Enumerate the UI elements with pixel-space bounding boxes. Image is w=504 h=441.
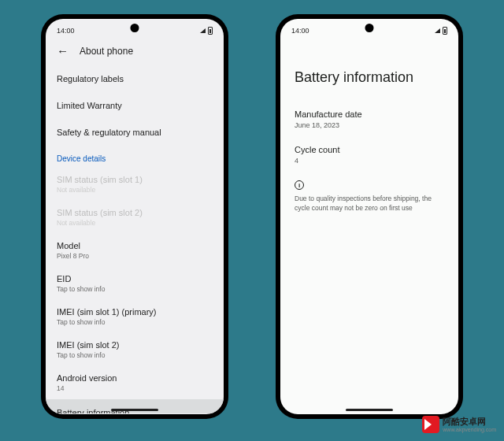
back-arrow-icon[interactable]: ← bbox=[57, 44, 69, 57]
status-time: 14:00 bbox=[291, 27, 309, 35]
list-item-battery-info[interactable]: Battery information bbox=[46, 399, 224, 413]
home-indicator[interactable] bbox=[111, 409, 158, 411]
info-cycle-count: Cycle count 4 bbox=[280, 137, 458, 172]
status-icons bbox=[200, 27, 213, 35]
info-manufacture-date: Manufacture date June 18, 2023 bbox=[280, 102, 458, 137]
front-camera bbox=[365, 24, 374, 32]
screen-battery-info: 14:00 Battery information Manufacture da… bbox=[280, 19, 458, 414]
app-bar: ← About phone bbox=[46, 39, 224, 65]
home-indicator[interactable] bbox=[346, 409, 393, 411]
watermark: 阿酷安卓网 www.akpvending.com bbox=[422, 416, 496, 433]
list-item-disabled: SIM status (sim slot 1) Not available bbox=[46, 168, 224, 201]
list-item[interactable]: IMEI (sim slot 1) (primary) Tap to show … bbox=[46, 300, 224, 333]
settings-list[interactable]: Regulatory labels Limited Warranty Safet… bbox=[46, 65, 224, 413]
info-icon: i bbox=[295, 180, 304, 190]
front-camera bbox=[131, 24, 139, 32]
list-item[interactable]: EID Tap to show info bbox=[46, 267, 224, 300]
battery-icon bbox=[208, 27, 213, 35]
status-time: 14:00 bbox=[57, 27, 75, 35]
battery-icon bbox=[443, 27, 447, 35]
list-item[interactable]: Android version 14 bbox=[46, 366, 224, 399]
list-item[interactable]: Model Pixel 8 Pro bbox=[46, 234, 224, 267]
signal-icon bbox=[435, 28, 440, 33]
list-item[interactable]: IMEI (sim slot 2) Tap to show info bbox=[46, 333, 224, 366]
signal-icon bbox=[200, 28, 206, 33]
page-title: Battery information bbox=[280, 39, 458, 102]
phone-frame-left: 14:00 ← About phone Regulatory labels Li… bbox=[41, 14, 228, 419]
screen-about-phone: 14:00 ← About phone Regulatory labels Li… bbox=[46, 19, 224, 414]
status-icons bbox=[435, 27, 447, 35]
watermark-url: www.akpvending.com bbox=[443, 427, 496, 432]
list-item[interactable]: Safety & regulatory manual bbox=[46, 119, 224, 146]
list-item[interactable]: Regulatory labels bbox=[46, 65, 224, 92]
watermark-name: 阿酷安卓网 bbox=[443, 417, 496, 426]
list-item-disabled: SIM status (sim slot 2) Not available bbox=[46, 201, 224, 234]
watermark-logo-icon bbox=[422, 416, 439, 433]
info-note: i Due to quality inspections before ship… bbox=[280, 172, 458, 221]
list-item[interactable]: Limited Warranty bbox=[46, 92, 224, 119]
section-header: Device details bbox=[46, 146, 224, 168]
page-title: About phone bbox=[80, 46, 133, 57]
phone-frame-right: 14:00 Battery information Manufacture da… bbox=[276, 14, 463, 419]
